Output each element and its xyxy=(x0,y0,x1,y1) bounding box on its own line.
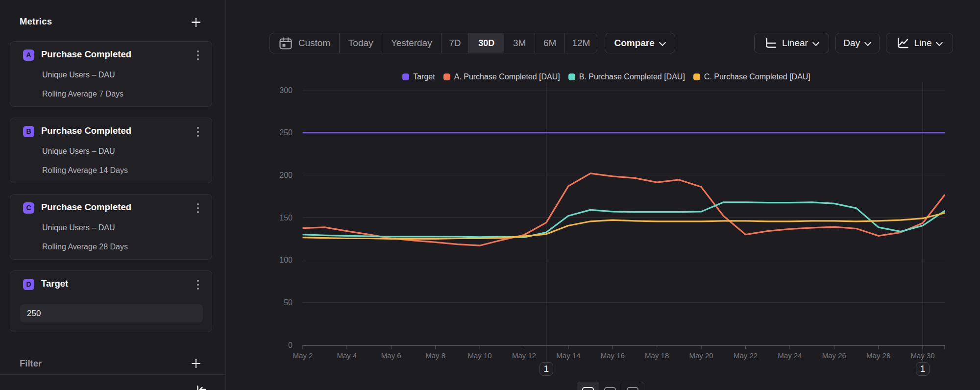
svg-text:250: 250 xyxy=(279,128,293,137)
svg-text:May 6: May 6 xyxy=(381,351,401,360)
svg-text:May 4: May 4 xyxy=(337,351,357,360)
svg-text:May 12: May 12 xyxy=(512,351,536,360)
svg-text:May 22: May 22 xyxy=(734,351,758,360)
svg-text:300: 300 xyxy=(279,86,293,95)
svg-text:May 26: May 26 xyxy=(822,351,846,360)
svg-text:May 10: May 10 xyxy=(467,351,491,360)
svg-text:May 30: May 30 xyxy=(910,351,934,360)
svg-text:100: 100 xyxy=(279,256,293,264)
svg-text:May 20: May 20 xyxy=(689,351,713,360)
svg-text:May 14: May 14 xyxy=(556,351,580,360)
svg-text:150: 150 xyxy=(279,214,293,222)
svg-text:May 24: May 24 xyxy=(778,351,802,360)
svg-text:May 28: May 28 xyxy=(866,351,890,360)
svg-text:200: 200 xyxy=(279,171,293,179)
svg-text:May 8: May 8 xyxy=(425,351,445,360)
svg-text:May 18: May 18 xyxy=(645,351,669,360)
svg-text:50: 50 xyxy=(284,298,293,307)
svg-text:May 2: May 2 xyxy=(293,351,313,360)
svg-text:May 16: May 16 xyxy=(601,351,625,360)
svg-text:0: 0 xyxy=(288,341,293,349)
